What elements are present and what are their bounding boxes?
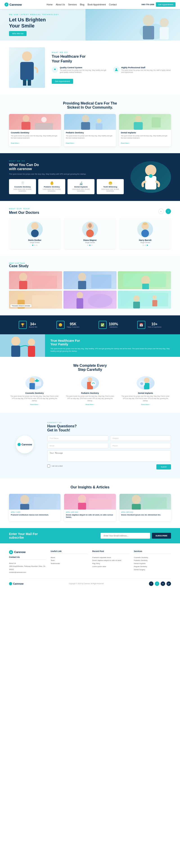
service-pediatric-link[interactable]: Read More › — [66, 143, 75, 144]
svg-point-9 — [26, 79, 28, 81]
article-3-content: APRIL / APR 2019 Donec tincidunt ipsum e… — [119, 509, 171, 519]
email-input[interactable] — [47, 443, 108, 448]
doctors-prev-arrow[interactable]: ← — [158, 209, 164, 214]
nav-about[interactable]: About Us — [56, 3, 65, 6]
article-1-title: Praesent vestibulum massa non elementum. — [11, 514, 59, 516]
svg-point-56 — [28, 339, 35, 346]
submit-button[interactable]: Submit — [156, 464, 171, 469]
case-item-3 — [118, 271, 171, 289]
true-healthcare-desc: The quick brown fox jumps over the lazy … — [50, 347, 175, 352]
subject-input[interactable] — [110, 435, 171, 441]
footer-grid: Carenow Contact Us About Us 1600 Amphith… — [9, 550, 171, 574]
phone-number: 040-770-1008 — [142, 3, 154, 6]
footer-recent-3[interactable]: Play Story — [92, 562, 130, 565]
article-1: APRIL / 1 APR Praesent vestibulum massa … — [9, 494, 61, 521]
nav-home[interactable]: Home — [46, 3, 52, 6]
case-item-5 — [64, 290, 116, 309]
nav-appointment[interactable]: Book Appointment — [87, 3, 106, 6]
footer-useful-2[interactable]: Team — [50, 559, 88, 562]
article-2: APRIL / APR 2019 Donec dapibus aliquet e… — [64, 494, 116, 521]
first-name-input[interactable] — [47, 435, 108, 441]
article-2-meta: APRIL / APR 2019 — [66, 512, 114, 513]
features-row: Quality Control System The quick brown f… — [52, 66, 171, 74]
footer-useful-col: Useful Link About Team Testimonials — [50, 550, 88, 574]
message-input[interactable] — [47, 450, 171, 462]
case-img-2 — [64, 271, 116, 289]
contact-logo-icon: Carenow — [17, 443, 32, 446]
contact-title: Have Questions?Get in Touch! — [47, 424, 171, 432]
footer-service-4[interactable]: Regular Dentistry — [134, 565, 171, 568]
nav-links: Home About Us Services Blog Book Appoint… — [46, 3, 117, 6]
footer-service-2[interactable]: Pediatric Dentistry — [134, 559, 171, 562]
doctors-next-arrow[interactable]: → — [166, 209, 171, 214]
stat-awards: 🏆 34+ Awards Win — [19, 321, 37, 329]
stat-customers: 😊 95K Happy Customers — [57, 321, 79, 329]
footer-useful-3[interactable]: Testimonials — [50, 562, 88, 565]
footer-service-1[interactable]: Cosmetic Dentistry — [134, 556, 171, 559]
get-appointment-button-2[interactable]: Get Appointment — [52, 79, 73, 84]
case-item-1 — [9, 271, 62, 289]
service-implants-link[interactable]: Read More › — [121, 143, 130, 144]
service-cosmetic-img — [9, 114, 61, 130]
social-facebook[interactable]: f — [149, 582, 153, 586]
services-grid: Cosmetic Dentistry The quick brown fox j… — [9, 114, 171, 147]
article-2-img — [64, 494, 116, 509]
article-2-content: APRIL / APR 2019 Donec dapibus aliquet e… — [64, 509, 116, 521]
nav-services[interactable]: Services — [68, 3, 77, 6]
carenow-text: What We Do What You Can Dowith carenow T… — [9, 160, 124, 194]
nav-blog[interactable]: Blog — [80, 3, 84, 6]
social-twitter[interactable]: t — [155, 582, 159, 586]
true-healthcare-image — [0, 334, 45, 357]
footer-recent-1[interactable]: Praesent vulputate lorem — [92, 556, 130, 559]
footer-email[interactable]: contact@carenow.com — [9, 571, 46, 574]
step-cosmetic-link[interactable]: Read More › — [30, 404, 39, 405]
subscribe-section: Enter Your Mail Forsubscribe SUBSCRIBE — [0, 528, 180, 544]
get-appointment-button[interactable]: Get Appointment — [156, 2, 176, 7]
awards-text: 34+ Awards Win — [29, 322, 37, 328]
svg-rect-50 — [133, 302, 140, 308]
contact-section: Carenow Contact Us Have Questions?Get in… — [0, 413, 180, 478]
step-pediatric-link[interactable]: Read More › — [86, 404, 95, 405]
footer-useful-1[interactable]: About — [50, 556, 88, 559]
svg-point-58 — [30, 378, 35, 383]
true-healthcare-section: True Healthcare ForYour Family The quick… — [0, 334, 180, 357]
svg-point-45 — [77, 292, 83, 298]
social-linkedin[interactable]: in — [160, 582, 165, 586]
robot-checkbox[interactable] — [47, 465, 50, 467]
subscribe-input[interactable] — [101, 533, 150, 539]
svg-rect-46 — [76, 298, 83, 309]
svg-point-63 — [88, 377, 92, 382]
step-pediatric-illustration — [81, 376, 99, 390]
footer-service-3[interactable]: Dental Implants — [134, 562, 171, 565]
svg-rect-21 — [152, 117, 161, 127]
step-cosmetic: Cosmetic Dentistry The quick brown fox j… — [9, 376, 60, 406]
hero-cta-button[interactable]: Who We Are — [9, 31, 27, 36]
awards-icon: 🏆 — [19, 321, 27, 329]
svg-point-15 — [82, 115, 89, 122]
step-implants-link[interactable]: Read More › — [141, 404, 150, 405]
service-cosmetic-link[interactable]: Read More › — [11, 143, 20, 144]
footer: Carenow Contact Us About Us 1600 Amphith… — [0, 544, 180, 590]
svg-point-5 — [22, 51, 32, 61]
svg-rect-62 — [35, 380, 39, 381]
phone-input[interactable] — [110, 443, 171, 448]
doctor-3-dots — [122, 245, 168, 246]
social-google[interactable]: g+ — [167, 582, 171, 586]
svg-rect-72 — [34, 497, 56, 508]
subscribe-button[interactable]: SUBSCRIBE — [152, 533, 171, 539]
step-cosmetic-illustration — [26, 376, 43, 390]
quality-icon — [52, 66, 58, 73]
footer-service-5[interactable]: Dental Surgery — [134, 568, 171, 571]
footer-recent-2[interactable]: Donec dapibus aliquet ex odio sit amet — [92, 559, 130, 562]
form-row-2 — [47, 443, 171, 448]
footer-contact-link-1[interactable]: About Us — [9, 562, 46, 565]
carenow-title: What You Can Dowith carenow — [9, 163, 124, 171]
svg-rect-37 — [78, 281, 86, 289]
satisfaction-text: 100% Satisfaction — [109, 322, 118, 328]
footer-recent-4[interactable]: Lorem ipsum dolor — [92, 565, 130, 568]
nav-contact[interactable]: Contact — [109, 3, 116, 6]
svg-rect-20 — [134, 122, 143, 130]
svg-rect-16 — [81, 122, 90, 130]
svg-rect-74 — [78, 503, 86, 509]
footer-logo: Carenow — [9, 550, 46, 554]
